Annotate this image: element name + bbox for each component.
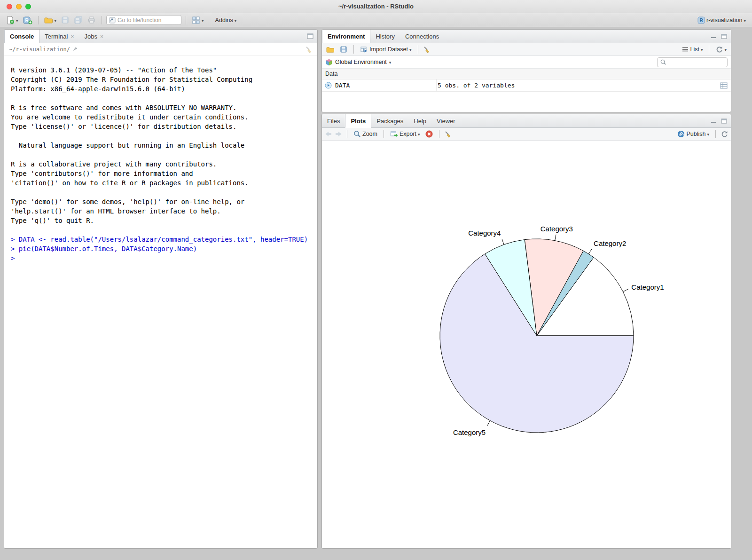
tab-terminal-label: Terminal: [45, 33, 68, 40]
tab-packages-label: Packages: [376, 118, 403, 125]
addins-menu-button[interactable]: Addins: [214, 16, 238, 24]
pie-chart: Category1Category2Category3Category4Cate…: [322, 141, 731, 549]
tab-connections[interactable]: Connections: [400, 30, 444, 43]
zoom-plot-button[interactable]: Zoom: [352, 129, 379, 139]
project-name-label: r-visualization: [706, 17, 742, 24]
list-view-button[interactable]: List: [681, 45, 704, 54]
pie-label: Category2: [594, 239, 626, 247]
environment-search-input[interactable]: [668, 59, 724, 65]
pie-label: Category1: [631, 283, 664, 291]
export-plot-button[interactable]: Export: [389, 130, 422, 139]
search-icon: [660, 59, 666, 65]
tab-jobs[interactable]: Jobs: [79, 30, 108, 43]
tab-viewer[interactable]: Viewer: [431, 114, 461, 127]
console-output-line: [11, 150, 317, 159]
maximize-pane-icon[interactable]: [721, 34, 727, 39]
minimize-pane-icon[interactable]: [711, 34, 716, 39]
tab-help[interactable]: Help: [408, 114, 431, 127]
addins-label: Addins: [215, 17, 233, 24]
console-output-line: [11, 94, 317, 103]
toolbar-separator: [353, 45, 354, 54]
print-button[interactable]: [86, 15, 97, 25]
console-cursor: [19, 254, 19, 261]
environment-scope-label[interactable]: Global Environment: [335, 59, 387, 65]
load-workspace-button[interactable]: [325, 45, 336, 54]
console-output[interactable]: R version 3.6.1 (2019-07-05) -- "Action …: [4, 55, 317, 263]
project-menu-button[interactable]: R r-visualization: [696, 16, 747, 25]
close-window-button[interactable]: [7, 4, 12, 9]
new-project-button[interactable]: R: [22, 15, 34, 25]
goto-directory-arrow-icon[interactable]: [73, 47, 79, 52]
new-file-button[interactable]: [5, 15, 20, 25]
tab-packages[interactable]: Packages: [371, 114, 408, 127]
main-toolbar: R: [0, 13, 752, 27]
console-output-line: 'help.start()' for an HTML browser inter…: [11, 206, 317, 216]
back-arrow-icon[interactable]: [325, 131, 332, 137]
pie-label: Category5: [453, 428, 486, 436]
project-caret-icon: [744, 17, 746, 24]
pie-label: Category3: [540, 225, 573, 233]
tab-files-label: Files: [327, 118, 340, 125]
open-file-caret-icon[interactable]: [55, 17, 57, 24]
refresh-icon: [715, 46, 723, 53]
pane-layout-caret-icon[interactable]: [202, 17, 204, 24]
maximize-pane-icon[interactable]: [307, 33, 313, 39]
tab-console-label: Console: [10, 33, 34, 40]
clear-objects-broom-icon[interactable]: [423, 46, 431, 53]
open-folder-icon: [44, 16, 53, 24]
plots-toolbar: Zoom Export: [322, 128, 731, 141]
open-file-button[interactable]: [43, 16, 58, 25]
save-button[interactable]: [60, 15, 70, 25]
svg-text:R: R: [25, 18, 29, 23]
column-divider: [436, 79, 437, 91]
console-tabbar: Console Terminal Jobs: [4, 30, 317, 43]
tab-plots[interactable]: Plots: [345, 114, 371, 128]
goto-file-input[interactable]: [118, 17, 176, 24]
zoom-window-button[interactable]: [25, 4, 31, 9]
environment-tabbar: Environment History Connections: [322, 30, 731, 43]
publish-label: Publish: [686, 131, 705, 137]
refresh-plot-icon[interactable]: [721, 130, 728, 138]
list-view-icon: [682, 47, 689, 52]
view-data-grid-icon[interactable]: [720, 82, 728, 89]
list-view-caret-icon: [701, 46, 703, 53]
expand-object-icon[interactable]: [325, 82, 332, 89]
save-workspace-button[interactable]: [338, 45, 349, 54]
maximize-pane-icon[interactable]: [721, 118, 727, 124]
publish-plot-button[interactable]: Publish: [676, 129, 711, 139]
remove-plot-icon: [425, 130, 433, 138]
titlebar: ~/r-visualization - RStudio: [0, 0, 752, 13]
console-output-line: Platform: x86_64-apple-darwin15.6.0 (64-…: [11, 84, 317, 94]
pie-label-tick: [623, 289, 629, 292]
console-input-line: > pie(DATA$Number.of.Times, DATA$Categor…: [11, 244, 317, 253]
tab-console[interactable]: Console: [4, 30, 39, 43]
clear-console-broom-icon[interactable]: [305, 46, 313, 53]
tab-close-icon[interactable]: [100, 33, 103, 40]
remove-plot-button[interactable]: [424, 129, 434, 139]
clear-plots-broom-icon[interactable]: [444, 130, 452, 138]
tab-history[interactable]: History: [370, 30, 400, 43]
tab-terminal[interactable]: Terminal: [39, 30, 79, 43]
console-output-line: R is a collaborative project with many c…: [11, 159, 317, 169]
tab-jobs-label: Jobs: [84, 33, 97, 40]
environment-object-row[interactable]: DATA 5 obs. of 2 variables: [322, 79, 731, 92]
pie-label: Category4: [468, 229, 501, 237]
import-dataset-button[interactable]: Import Dataset: [359, 45, 413, 54]
tab-environment[interactable]: Environment: [322, 30, 370, 43]
save-all-button[interactable]: [72, 15, 84, 25]
tab-close-icon[interactable]: [70, 33, 74, 40]
environment-search-box: [657, 57, 728, 67]
new-file-caret-icon[interactable]: [16, 17, 18, 24]
tab-files[interactable]: Files: [322, 114, 345, 127]
environment-scope-row: Global Environment: [322, 56, 731, 69]
export-plot-icon: [390, 131, 398, 138]
pie-label-tick: [502, 239, 504, 245]
refresh-environment-button[interactable]: [714, 45, 728, 54]
environment-scope-caret-icon[interactable]: [389, 59, 392, 65]
console-pane-controls: [307, 30, 317, 43]
minimize-pane-icon[interactable]: [711, 118, 716, 123]
pane-layout-button[interactable]: [190, 15, 205, 25]
zoom-magnifier-icon: [353, 130, 361, 138]
forward-arrow-icon[interactable]: [335, 131, 342, 137]
minimize-window-button[interactable]: [16, 4, 22, 9]
